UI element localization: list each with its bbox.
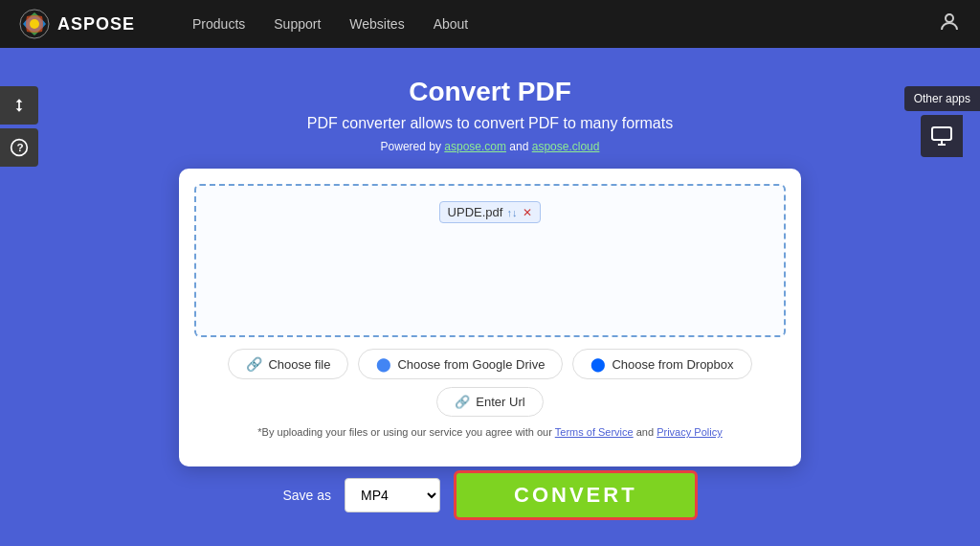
enter-url-label: Enter Url — [476, 395, 524, 409]
page-subtitle: PDF converter allows to convert PDF to m… — [307, 115, 673, 132]
svg-point-1 — [30, 19, 39, 29]
other-apps-icon[interactable] — [921, 115, 963, 157]
save-as-label: Save as — [282, 488, 331, 503]
privacy-link[interactable]: Privacy Policy — [657, 426, 722, 438]
format-select[interactable]: MP4 DOCX XLSX PPTX HTML JPG PNG — [345, 478, 440, 512]
terms-text: *By uploading your files or using our se… — [194, 426, 786, 438]
terms-prefix: *By uploading your files or using our se… — [257, 426, 552, 438]
google-drive-label: Choose from Google Drive — [397, 357, 545, 372]
url-link-icon: 🔗 — [455, 395, 470, 409]
file-move-icons: ↑↓ — [506, 207, 517, 218]
url-row: 🔗 Enter Url — [194, 387, 786, 417]
nav-products[interactable]: Products — [192, 16, 245, 32]
aspose-com-link[interactable]: aspose.com — [444, 140, 506, 153]
dropbox-label: Choose from Dropbox — [612, 357, 733, 372]
logo-icon — [19, 9, 50, 39]
dropbox-button[interactable]: ⬤ Choose from Dropbox — [572, 349, 751, 379]
terms-and: and — [636, 426, 657, 438]
side-buttons: ? — [0, 86, 38, 167]
svg-point-2 — [946, 14, 953, 22]
link-icon: 🔗 — [246, 356, 262, 372]
drop-zone[interactable]: UPDE.pdf ↑↓ ✕ — [194, 184, 786, 337]
google-drive-button[interactable]: ⬤ Choose from Google Drive — [358, 349, 563, 379]
enter-url-button[interactable]: 🔗 Enter Url — [436, 387, 543, 417]
file-name: UPDE.pdf — [448, 205, 503, 219]
powered-by-text: Powered by — [381, 140, 441, 153]
choose-file-button[interactable]: 🔗 Choose file — [228, 349, 348, 379]
convert-side-btn[interactable] — [0, 86, 38, 125]
choose-file-label: Choose file — [268, 357, 330, 372]
page-title: Convert PDF — [409, 77, 571, 107]
nav-about[interactable]: About — [434, 16, 469, 32]
nav-links: Products Support Websites About — [192, 16, 938, 32]
upload-card: UPDE.pdf ↑↓ ✕ 🔗 Choose file ⬤ Choose fro… — [179, 169, 801, 466]
logo: ASPOSE — [19, 9, 135, 39]
dropbox-icon: ⬤ — [590, 356, 606, 372]
powered-by: Powered by aspose.com and aspose.cloud — [381, 140, 600, 153]
nav-support[interactable]: Support — [274, 16, 321, 32]
bottom-row: Save as MP4 DOCX XLSX PPTX HTML JPG PNG … — [282, 470, 697, 520]
aspose-cloud-link[interactable]: aspose.cloud — [532, 140, 600, 153]
logo-text: ASPOSE — [57, 14, 135, 34]
navbar: ASPOSE Products Support Websites About — [0, 0, 980, 48]
gdrive-icon: ⬤ — [376, 356, 391, 372]
main-content: Convert PDF PDF converter allows to conv… — [0, 48, 980, 520]
file-chip: UPDE.pdf ↑↓ ✕ — [439, 201, 542, 223]
file-remove-icon[interactable]: ✕ — [523, 206, 532, 219]
convert-button[interactable]: CONVERT — [454, 470, 698, 520]
terms-link[interactable]: Terms of Service — [555, 426, 634, 438]
and-text: and — [509, 140, 531, 153]
help-side-btn[interactable]: ? — [0, 128, 38, 167]
svg-rect-5 — [932, 127, 951, 140]
upload-buttons-row: 🔗 Choose file ⬤ Choose from Google Drive… — [194, 349, 786, 379]
nav-websites[interactable]: Websites — [349, 16, 404, 32]
svg-text:?: ? — [17, 141, 24, 153]
other-apps-panel: Other apps — [904, 86, 980, 157]
user-icon[interactable] — [938, 11, 961, 38]
other-apps-label[interactable]: Other apps — [904, 86, 980, 111]
